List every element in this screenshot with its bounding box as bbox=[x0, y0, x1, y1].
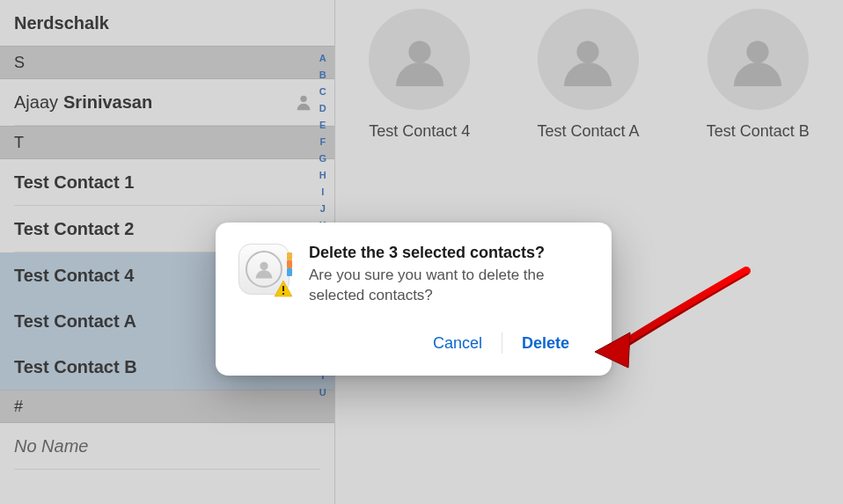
warning-triangle-icon bbox=[272, 279, 295, 300]
contact-name: Test Contact 2 bbox=[14, 219, 134, 239]
selected-card[interactable]: Test Contact 4 bbox=[369, 9, 470, 141]
contact-first: Ajaay bbox=[14, 92, 58, 113]
section-header-hash: # bbox=[0, 390, 334, 423]
index-letter[interactable]: C bbox=[317, 86, 329, 97]
contact-row-noname[interactable]: No Name bbox=[0, 423, 320, 469]
contact-row-tc1[interactable]: Test Contact 1 bbox=[0, 159, 320, 205]
delete-confirm-dialog: Delete the 3 selected contacts? Are you … bbox=[216, 223, 612, 376]
contact-row-ajaay[interactable]: Ajaay Srinivasan bbox=[0, 79, 320, 125]
svg-point-2 bbox=[577, 40, 599, 62]
contact-last: Srinivasan bbox=[63, 92, 152, 113]
contact-name: No Name bbox=[14, 436, 88, 457]
contact-name: Nerdschalk bbox=[14, 13, 109, 33]
section-letter: T bbox=[14, 134, 24, 152]
cancel-button[interactable]: Cancel bbox=[414, 329, 502, 358]
index-letter[interactable]: F bbox=[317, 136, 329, 147]
contact-name: Test Contact 1 bbox=[14, 172, 134, 193]
index-letter[interactable]: G bbox=[317, 153, 329, 164]
svg-rect-5 bbox=[282, 286, 284, 291]
contact-name: Test Contact B bbox=[14, 357, 137, 377]
svg-point-4 bbox=[260, 262, 268, 270]
card-name: Test Contact 4 bbox=[369, 122, 470, 141]
section-header-s: S bbox=[0, 46, 334, 79]
person-icon bbox=[294, 92, 313, 112]
index-letter[interactable]: U bbox=[317, 387, 329, 398]
dialog-title: Delete the 3 selected contacts? bbox=[309, 244, 589, 262]
section-letter: S bbox=[14, 54, 25, 72]
section-letter: # bbox=[14, 398, 23, 416]
dialog-message: Are you sure you want to delete the sele… bbox=[309, 266, 589, 306]
index-letter[interactable]: I bbox=[317, 186, 329, 197]
selected-card[interactable]: Test Contact A bbox=[537, 9, 639, 141]
card-name: Test Contact A bbox=[537, 122, 639, 141]
delete-button[interactable]: Delete bbox=[502, 329, 589, 358]
index-letter[interactable]: E bbox=[317, 120, 329, 130]
contact-name: Test Contact A bbox=[14, 311, 136, 332]
svg-point-1 bbox=[408, 40, 430, 62]
contact-name: Test Contact 4 bbox=[14, 266, 134, 286]
index-letter[interactable]: H bbox=[317, 170, 329, 180]
selected-card[interactable]: Test Contact B bbox=[707, 9, 810, 141]
index-letter[interactable]: A bbox=[317, 53, 329, 63]
index-letter[interactable]: B bbox=[317, 69, 329, 80]
card-name: Test Contact B bbox=[707, 122, 810, 141]
svg-rect-6 bbox=[282, 293, 284, 295]
contact-row-nerdschalk[interactable]: Nerdschalk bbox=[0, 0, 320, 46]
contacts-app-warning-icon bbox=[238, 244, 290, 295]
avatar-placeholder-icon bbox=[369, 9, 470, 110]
avatar-placeholder-icon bbox=[538, 9, 639, 110]
index-letter[interactable]: D bbox=[317, 103, 329, 113]
svg-point-3 bbox=[747, 40, 769, 62]
section-header-t: T bbox=[0, 126, 334, 159]
svg-point-0 bbox=[300, 96, 306, 102]
index-letter[interactable]: J bbox=[317, 203, 329, 214]
avatar-placeholder-icon bbox=[707, 9, 809, 110]
